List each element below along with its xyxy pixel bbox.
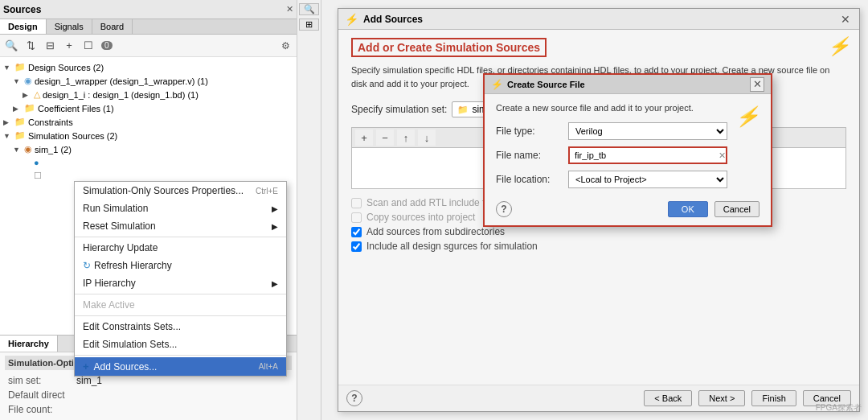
help-button[interactable]: ? bbox=[346, 390, 362, 406]
add-sources-footer: ? < Back Next > Finish Cancel bbox=[338, 385, 859, 411]
include-design-sources-label: Include all design sgurces for simulatio… bbox=[366, 241, 538, 252]
menu-hierarchy-update[interactable]: Hierarchy Update bbox=[75, 239, 286, 257]
menu-sim-only-properties[interactable]: Simulation-Only Sources Properties... Ct… bbox=[75, 182, 286, 200]
menu-ip-hierarchy-label: IP Hierarchy bbox=[83, 278, 136, 289]
file-name-label: File name: bbox=[496, 150, 568, 161]
design-wrapper-label: design_1_wrapper (design_1_wrapper.v) (1… bbox=[35, 76, 208, 86]
add-sources-plus-icon: + bbox=[83, 360, 89, 373]
add-from-subdirs-label: Add sources from subdirectories bbox=[366, 226, 505, 237]
constraints-node[interactable]: ▶ 📁 Constraints bbox=[0, 115, 297, 129]
create-source-footer: ? OK Cancel bbox=[485, 195, 771, 225]
file-type-label: File type: bbox=[496, 126, 568, 137]
add-from-subdirs-checkbox[interactable] bbox=[351, 227, 362, 237]
menu-make-active: Make Active bbox=[75, 296, 286, 314]
add-sources-dialog: ⚡ Add Sources ✕ ⚡ Add or Create Simulati… bbox=[338, 8, 860, 412]
coefficient-files-node[interactable]: ▶ 📁 Coefficient Files (1) bbox=[0, 101, 297, 115]
menu-edit-constraints-label: Edit Constraints Sets... bbox=[83, 321, 181, 332]
separator-1 bbox=[75, 237, 286, 237]
menu-refresh-label: Refresh Hierarchy bbox=[94, 260, 172, 271]
design-sources-node[interactable]: ▼ 📁 Design Sources (2) bbox=[0, 60, 297, 74]
hierarchy-tab[interactable]: Hierarchy bbox=[0, 336, 58, 352]
checkbox-row-3: Add sources from subdirectories bbox=[351, 226, 846, 237]
filter-button[interactable]: ⊟ bbox=[42, 38, 58, 54]
copy-sources-checkbox[interactable] bbox=[351, 212, 362, 223]
help-area: ? bbox=[346, 390, 362, 406]
create-source-icon: ⚡ bbox=[491, 79, 503, 90]
copy-sources-label: Copy sources into project bbox=[366, 212, 475, 223]
next-button[interactable]: Next > bbox=[698, 390, 745, 406]
file-name-input[interactable] bbox=[568, 146, 727, 164]
cancel-cs-button[interactable]: Cancel bbox=[714, 201, 760, 217]
sources-toolbar: 🔍 ⇅ ⊟ + ☐ 0 ⚙ bbox=[0, 35, 297, 57]
diagram-zoom-btn[interactable]: 🔍 bbox=[299, 3, 319, 15]
move-up-button[interactable]: ↑ bbox=[397, 130, 415, 146]
include-design-sources-checkbox[interactable] bbox=[351, 241, 362, 252]
menu-run-sim-label: Run Simulation bbox=[83, 203, 148, 214]
remove-file-button[interactable]: − bbox=[376, 130, 394, 146]
reset-sim-arrow-icon: ▶ bbox=[272, 222, 278, 231]
create-source-desc: Create a new source file and add it to y… bbox=[496, 102, 727, 114]
back-button[interactable]: < Back bbox=[644, 390, 692, 406]
add-sources-heading: Add or Create Simulation Sources bbox=[351, 38, 547, 57]
ok-button[interactable]: OK bbox=[668, 201, 708, 217]
sim-child-1[interactable]: ● bbox=[0, 156, 297, 169]
create-source-logo-icon: ⚡ bbox=[735, 102, 760, 128]
gear-button[interactable]: ⚙ bbox=[277, 38, 293, 54]
tab-board[interactable]: Board bbox=[92, 19, 133, 34]
close-icon[interactable]: ✕ bbox=[286, 4, 293, 14]
design-1i-label: design_1_i : design_1 (design_1.bd) (1) bbox=[43, 90, 199, 100]
menu-edit-constraints[interactable]: Edit Constraints Sets... bbox=[75, 318, 286, 336]
menu-refresh-hierarchy[interactable]: ↻ Refresh Hierarchy bbox=[75, 257, 286, 274]
add-button[interactable]: + bbox=[61, 38, 77, 54]
menu-reset-simulation[interactable]: Reset Simulation ▶ bbox=[75, 217, 286, 235]
xilinx-logo: ⚡ bbox=[828, 36, 850, 57]
file-button[interactable]: ☐ bbox=[80, 38, 96, 54]
menu-add-sources[interactable]: + Add Sources... Alt+A bbox=[75, 357, 286, 376]
coefficient-files-label: Coefficient Files (1) bbox=[38, 104, 114, 113]
menu-run-simulation[interactable]: Run Simulation ▶ bbox=[75, 200, 286, 217]
menu-edit-sim-sets-label: Edit Simulation Sets... bbox=[83, 339, 177, 350]
design-wrapper-node[interactable]: ▼ ◉ design_1_wrapper (design_1_wrapper.v… bbox=[0, 74, 297, 88]
simulation-sources-node[interactable]: ▼ 📁 Simulation Sources (2) bbox=[0, 129, 297, 142]
design-sources-label: Design Sources (2) bbox=[28, 63, 104, 72]
tab-design[interactable]: Design bbox=[0, 19, 47, 34]
file-type-select[interactable]: Verilog VHDL SystemVerilog bbox=[568, 122, 727, 140]
tab-signals[interactable]: Signals bbox=[47, 19, 92, 34]
clear-filename-icon[interactable]: ✕ bbox=[719, 150, 726, 161]
search-button[interactable]: 🔍 bbox=[3, 38, 19, 54]
sim-set-row-label: Specify simulation set: bbox=[351, 104, 447, 115]
separator-2 bbox=[75, 294, 286, 294]
sources-header: Sources ✕ bbox=[0, 0, 297, 19]
create-source-help-button[interactable]: ? bbox=[496, 201, 512, 217]
menu-make-active-label: Make Active bbox=[83, 299, 135, 311]
create-source-close-button[interactable]: ✕ bbox=[750, 77, 764, 92]
sort-button[interactable]: ⇅ bbox=[23, 38, 39, 54]
checkbox-row-4: Include all design sgurces for simulatio… bbox=[351, 241, 846, 252]
create-source-titlebar: ⚡ Create Source File ✕ bbox=[485, 75, 771, 94]
design-1i-node[interactable]: ▶ △ design_1_i : design_1 (design_1.bd) … bbox=[0, 88, 297, 101]
sim-set-icon: 📁 bbox=[457, 105, 469, 115]
sources-panel: Sources ✕ Design Signals Board 🔍 ⇅ ⊟ + ☐… bbox=[0, 0, 297, 420]
file-location-label: File location: bbox=[496, 174, 568, 185]
sim-set-value: sim_1 bbox=[76, 375, 102, 386]
menu-ip-hierarchy[interactable]: IP Hierarchy ▶ bbox=[75, 274, 286, 292]
tab-bar: Design Signals Board bbox=[0, 19, 297, 35]
scan-rtl-checkbox[interactable] bbox=[351, 198, 362, 208]
move-down-button[interactable]: ↓ bbox=[418, 130, 436, 146]
add-sources-titlebar: ⚡ Add Sources ✕ bbox=[338, 9, 859, 30]
file-location-row: File location: <Local to Project> bbox=[496, 171, 727, 188]
menu-add-sources-shortcut: Alt+A bbox=[259, 362, 278, 371]
add-file-button[interactable]: + bbox=[355, 130, 373, 146]
sim-1-node[interactable]: ▼ ◉ sim_1 (2) bbox=[0, 142, 297, 156]
context-menu: Simulation-Only Sources Properties... Ct… bbox=[74, 181, 287, 377]
finish-button[interactable]: Finish bbox=[751, 390, 796, 406]
add-sources-title-icon: ⚡ bbox=[345, 13, 358, 26]
menu-edit-sim-sets[interactable]: Edit Simulation Sets... bbox=[75, 336, 286, 353]
sim-1-label: sim_1 (2) bbox=[35, 145, 72, 154]
add-sources-close-button[interactable]: ✕ bbox=[838, 12, 853, 27]
file-count-label: File count: bbox=[8, 404, 76, 415]
badge: 0 bbox=[101, 41, 113, 50]
file-location-select[interactable]: <Local to Project> bbox=[568, 171, 727, 188]
menu-hierarchy-update-label: Hierarchy Update bbox=[83, 242, 158, 253]
diagram-fit-btn[interactable]: ⊞ bbox=[299, 19, 319, 31]
